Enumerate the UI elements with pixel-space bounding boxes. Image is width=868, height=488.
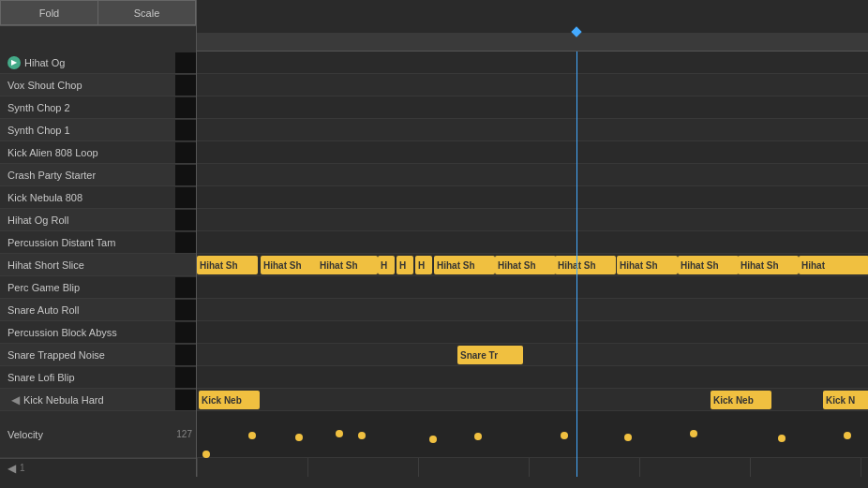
vel-dot-4 — [336, 430, 343, 437]
track-row[interactable]: Percussion Distant Tam — [0, 231, 196, 254]
clip-hihat-13[interactable]: Hihat — [799, 256, 868, 274]
main-content: ▶ Hihat Og Vox Shout Chop Synth Chop 2 S… — [0, 52, 868, 477]
empty-corner — [0, 26, 196, 52]
track-name-2: Vox Shout Chop — [7, 80, 173, 91]
vel-dot-1 — [202, 451, 210, 458]
velocity-row: Velocity 127 — [0, 411, 196, 458]
track-row[interactable]: ▶ Hihat Og — [0, 52, 196, 74]
track-name-9: Percussion Distant Tam — [7, 237, 173, 248]
track-color-15 — [175, 367, 196, 388]
track-color-12 — [175, 300, 196, 320]
track-name-8: Hihat Og Roll — [7, 214, 173, 226]
track-row[interactable]: Synth Chop 1 — [0, 119, 196, 141]
grid-row-11 — [197, 276, 868, 299]
grid-area[interactable]: Hihat Sh Hihat Sh Hihat Sh H H H Hihat S… — [197, 52, 868, 477]
track-color-4 — [175, 120, 196, 140]
nav-left-icon[interactable]: ◀ — [4, 462, 20, 475]
grid-row-12 — [197, 299, 868, 321]
vel-dot-10 — [690, 430, 697, 437]
clip-hihat-11[interactable]: Hihat Sh — [678, 256, 739, 274]
track-row[interactable]: Snare Lofi Blip — [0, 366, 196, 389]
ruler-bottom — [197, 0, 868, 33]
vel-dot-11 — [778, 435, 786, 442]
track-row[interactable]: Crash Party Starter — [0, 164, 196, 186]
track-name-7: Kick Nebula 808 — [7, 192, 173, 203]
clip-kick-2[interactable]: Kick Neb — [711, 391, 771, 409]
grid-row-9 — [197, 231, 868, 254]
track-name-11: Perc Game Blip — [7, 282, 173, 293]
grid-playhead — [576, 52, 577, 477]
track-row[interactable]: Synth Chop 2 — [0, 96, 196, 119]
clip-hihat-10[interactable]: Hihat Sh — [617, 256, 678, 274]
grid-row-4 — [197, 119, 868, 141]
track-nav-icon: ◀ — [7, 393, 23, 407]
track-name-16: Kick Nebula Hard — [23, 394, 173, 406]
clip-kick-3[interactable]: Kick N — [823, 391, 868, 409]
vel-dot-6 — [429, 436, 437, 443]
track-row[interactable]: Kick Nebula 808 — [0, 186, 196, 209]
track-row-hihat-short[interactable]: Hihat Short Slice — [0, 254, 196, 276]
track-row-kick[interactable]: ◀ Kick Nebula Hard — [0, 389, 196, 411]
grid-row-1 — [197, 52, 868, 74]
track-color-16 — [175, 390, 196, 410]
track-row[interactable]: Snare Auto Roll — [0, 299, 196, 321]
track-name-4: Synth Chop 1 — [7, 125, 173, 136]
clip-hihat-2[interactable]: Hihat Sh — [261, 256, 322, 274]
clip-hihat-12[interactable]: Hihat Sh — [738, 256, 799, 274]
track-list: ▶ Hihat Og Vox Shout Chop Synth Chop 2 S… — [0, 52, 197, 477]
track-row[interactable]: Vox Shout Chop — [0, 74, 196, 96]
grid-row-13 — [197, 321, 868, 344]
track-row-snare[interactable]: Snare Trapped Noise — [0, 344, 196, 366]
grid-row-15 — [197, 366, 868, 389]
track-row[interactable]: Hihat Og Roll — [0, 209, 196, 231]
clip-hihat-5[interactable]: H — [397, 256, 413, 274]
clip-hihat-6[interactable]: H — [415, 256, 432, 274]
track-color-6 — [175, 165, 196, 185]
track-name-12: Snare Auto Roll — [7, 304, 173, 316]
track-row[interactable]: Kick Alien 808 Loop — [0, 141, 196, 164]
track-row[interactable]: Perc Game Blip — [0, 276, 196, 299]
track-name-5: Kick Alien 808 Loop — [7, 147, 173, 158]
clip-kick-1[interactable]: Kick Neb — [199, 391, 260, 409]
grid-row-6 — [197, 164, 868, 186]
grid-row-5 — [197, 141, 868, 164]
top-left-corner: Fold Scale — [0, 0, 197, 52]
track-row[interactable]: Percussion Block Abyss — [0, 321, 196, 344]
grid-row-3 — [197, 96, 868, 119]
track-color-14 — [175, 345, 196, 365]
track-color-11 — [175, 277, 196, 298]
clip-hihat-9[interactable]: Hihat Sh — [555, 256, 616, 274]
vel-dot-3 — [295, 434, 303, 441]
grid-content: Hihat Sh Hihat Sh Hihat Sh H H H Hihat S… — [197, 52, 868, 477]
track-name-10: Hihat Short Slice — [7, 259, 196, 271]
vel-dot-5 — [358, 432, 366, 439]
velocity-value: 127 — [176, 429, 192, 439]
track-color-5 — [175, 142, 196, 163]
fold-button[interactable]: Fold — [0, 0, 97, 25]
clip-hihat-8[interactable]: Hihat Sh — [495, 256, 556, 274]
vel-dot-9 — [624, 434, 632, 441]
clip-snare-1[interactable]: Snare Tr — [457, 346, 523, 364]
track-color-13 — [175, 322, 196, 343]
clip-hihat-3[interactable]: Hihat Sh — [317, 256, 378, 274]
track-color-8 — [175, 210, 196, 230]
track-color-3 — [175, 97, 196, 118]
track-icon-hihat: ▶ — [7, 56, 21, 69]
vel-dot-7 — [474, 433, 482, 440]
track-name-15: Snare Lofi Blip — [7, 372, 173, 383]
grid-row-8 — [197, 209, 868, 231]
page-number: 1 — [20, 463, 25, 473]
top-ruler: Fold Scale 1 1.1.3 1.2 1.2.3 1.3 1.3.3 — [0, 0, 868, 52]
track-color-9 — [175, 232, 196, 253]
grid-row-7 — [197, 186, 868, 209]
grid-row-14-snare — [197, 344, 868, 366]
scale-button[interactable]: Scale — [97, 0, 196, 25]
playhead-marker — [571, 26, 581, 37]
clip-hihat-7[interactable]: Hihat Sh — [434, 256, 495, 274]
track-name-6: Crash Party Starter — [7, 170, 173, 181]
track-color-1 — [175, 52, 196, 73]
clip-hihat-1[interactable]: Hihat Sh — [197, 256, 258, 274]
grid-row-2 — [197, 74, 868, 96]
track-color-2 — [175, 75, 196, 96]
clip-hihat-4[interactable]: H — [378, 256, 395, 274]
